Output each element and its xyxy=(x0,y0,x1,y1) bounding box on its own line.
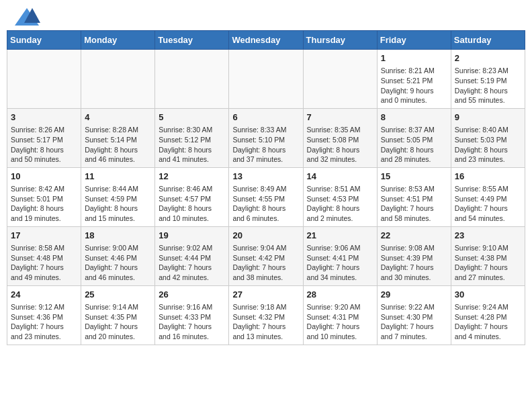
day-number: 3 xyxy=(11,111,77,124)
day-info: Sunrise: 8:58 AM Sunset: 4:48 PM Dayligh… xyxy=(11,244,64,281)
day-number: 2 xyxy=(455,52,521,64)
day-info: Sunrise: 9:12 AM Sunset: 4:36 PM Dayligh… xyxy=(11,303,64,340)
calendar-cell: 18Sunrise: 9:00 AM Sunset: 4:46 PM Dayli… xyxy=(81,226,155,285)
calendar-cell: 28Sunrise: 9:20 AM Sunset: 4:31 PM Dayli… xyxy=(303,285,377,345)
weekday-header-friday: Friday xyxy=(377,31,451,50)
calendar-cell: 3Sunrise: 8:26 AM Sunset: 5:17 PM Daylig… xyxy=(7,108,81,167)
calendar: SundayMondayTuesdayWednesdayThursdayFrid… xyxy=(7,30,525,345)
weekday-header-sunday: Sunday xyxy=(7,31,81,50)
calendar-cell: 17Sunrise: 8:58 AM Sunset: 4:48 PM Dayli… xyxy=(7,226,81,285)
day-number: 4 xyxy=(85,111,151,124)
calendar-cell xyxy=(229,50,303,109)
day-info: Sunrise: 9:10 AM Sunset: 4:38 PM Dayligh… xyxy=(455,244,508,281)
calendar-cell: 19Sunrise: 9:02 AM Sunset: 4:44 PM Dayli… xyxy=(155,226,229,285)
day-info: Sunrise: 9:14 AM Sunset: 4:35 PM Dayligh… xyxy=(85,303,138,340)
day-number: 8 xyxy=(381,111,447,124)
calendar-cell xyxy=(303,50,377,109)
calendar-cell: 4Sunrise: 8:28 AM Sunset: 5:14 PM Daylig… xyxy=(81,108,155,167)
day-number: 9 xyxy=(455,111,521,124)
calendar-cell: 1Sunrise: 8:21 AM Sunset: 5:21 PM Daylig… xyxy=(377,50,451,109)
day-number: 13 xyxy=(232,171,299,183)
calendar-cell: 27Sunrise: 9:18 AM Sunset: 4:32 PM Dayli… xyxy=(229,285,303,345)
day-info: Sunrise: 8:35 AM Sunset: 5:08 PM Dayligh… xyxy=(307,126,361,163)
day-number: 24 xyxy=(11,289,77,301)
calendar-cell: 16Sunrise: 8:55 AM Sunset: 4:49 PM Dayli… xyxy=(451,167,525,226)
calendar-cell: 15Sunrise: 8:53 AM Sunset: 4:51 PM Dayli… xyxy=(377,167,451,226)
weekday-header-tuesday: Tuesday xyxy=(155,31,229,50)
day-number: 21 xyxy=(307,230,373,242)
calendar-cell: 25Sunrise: 9:14 AM Sunset: 4:35 PM Dayli… xyxy=(81,285,155,345)
day-number: 6 xyxy=(232,111,299,124)
day-info: Sunrise: 9:18 AM Sunset: 4:32 PM Dayligh… xyxy=(232,303,286,340)
day-number: 10 xyxy=(11,171,77,183)
calendar-cell: 7Sunrise: 8:35 AM Sunset: 5:08 PM Daylig… xyxy=(303,108,377,167)
logo xyxy=(13,7,40,27)
day-info: Sunrise: 8:51 AM Sunset: 4:53 PM Dayligh… xyxy=(307,185,361,222)
calendar-cell: 12Sunrise: 8:46 AM Sunset: 4:57 PM Dayli… xyxy=(155,167,229,226)
day-info: Sunrise: 8:23 AM Sunset: 5:19 PM Dayligh… xyxy=(455,66,508,104)
day-number: 12 xyxy=(159,171,225,183)
day-info: Sunrise: 9:04 AM Sunset: 4:42 PM Dayligh… xyxy=(232,244,286,281)
calendar-cell: 2Sunrise: 8:23 AM Sunset: 5:19 PM Daylig… xyxy=(451,50,525,109)
calendar-cell: 8Sunrise: 8:37 AM Sunset: 5:05 PM Daylig… xyxy=(377,108,451,167)
day-number: 23 xyxy=(455,230,521,242)
day-number: 20 xyxy=(232,230,299,242)
calendar-cell: 26Sunrise: 9:16 AM Sunset: 4:33 PM Dayli… xyxy=(155,285,229,345)
day-number: 15 xyxy=(381,171,447,183)
calendar-cell: 30Sunrise: 9:24 AM Sunset: 4:28 PM Dayli… xyxy=(451,285,525,345)
day-info: Sunrise: 8:28 AM Sunset: 5:14 PM Dayligh… xyxy=(85,126,138,163)
calendar-cell: 6Sunrise: 8:33 AM Sunset: 5:10 PM Daylig… xyxy=(229,108,303,167)
calendar-cell: 5Sunrise: 8:30 AM Sunset: 5:12 PM Daylig… xyxy=(155,108,229,167)
day-info: Sunrise: 8:26 AM Sunset: 5:17 PM Dayligh… xyxy=(11,126,64,163)
calendar-cell xyxy=(7,50,81,109)
day-number: 28 xyxy=(307,289,373,301)
day-number: 14 xyxy=(307,171,373,183)
day-info: Sunrise: 8:40 AM Sunset: 5:03 PM Dayligh… xyxy=(455,126,508,163)
day-number: 27 xyxy=(232,289,299,301)
day-info: Sunrise: 8:30 AM Sunset: 5:12 PM Dayligh… xyxy=(159,126,212,163)
logo-icon xyxy=(13,7,40,27)
day-info: Sunrise: 8:53 AM Sunset: 4:51 PM Dayligh… xyxy=(381,185,435,222)
calendar-cell: 23Sunrise: 9:10 AM Sunset: 4:38 PM Dayli… xyxy=(451,226,525,285)
day-info: Sunrise: 9:20 AM Sunset: 4:31 PM Dayligh… xyxy=(307,303,361,340)
day-number: 30 xyxy=(455,289,521,301)
day-info: Sunrise: 9:08 AM Sunset: 4:39 PM Dayligh… xyxy=(381,244,435,281)
day-info: Sunrise: 8:46 AM Sunset: 4:57 PM Dayligh… xyxy=(159,185,212,222)
day-number: 18 xyxy=(85,230,151,242)
day-info: Sunrise: 9:16 AM Sunset: 4:33 PM Dayligh… xyxy=(159,303,212,340)
day-number: 29 xyxy=(381,289,447,301)
calendar-cell: 9Sunrise: 8:40 AM Sunset: 5:03 PM Daylig… xyxy=(451,108,525,167)
calendar-cell xyxy=(81,50,155,109)
calendar-cell: 20Sunrise: 9:04 AM Sunset: 4:42 PM Dayli… xyxy=(229,226,303,285)
day-info: Sunrise: 8:33 AM Sunset: 5:10 PM Dayligh… xyxy=(232,126,286,163)
day-info: Sunrise: 8:42 AM Sunset: 5:01 PM Dayligh… xyxy=(11,185,64,222)
day-info: Sunrise: 9:06 AM Sunset: 4:41 PM Dayligh… xyxy=(307,244,361,281)
day-info: Sunrise: 8:37 AM Sunset: 5:05 PM Dayligh… xyxy=(381,126,435,163)
header xyxy=(0,0,532,30)
calendar-cell: 21Sunrise: 9:06 AM Sunset: 4:41 PM Dayli… xyxy=(303,226,377,285)
day-number: 16 xyxy=(455,171,521,183)
day-number: 1 xyxy=(381,52,447,64)
weekday-header-wednesday: Wednesday xyxy=(229,31,303,50)
day-info: Sunrise: 8:21 AM Sunset: 5:21 PM Dayligh… xyxy=(381,66,435,104)
day-info: Sunrise: 8:49 AM Sunset: 4:55 PM Dayligh… xyxy=(232,185,286,222)
day-info: Sunrise: 8:55 AM Sunset: 4:49 PM Dayligh… xyxy=(455,185,508,222)
calendar-cell: 14Sunrise: 8:51 AM Sunset: 4:53 PM Dayli… xyxy=(303,167,377,226)
calendar-cell: 29Sunrise: 9:22 AM Sunset: 4:30 PM Dayli… xyxy=(377,285,451,345)
day-number: 25 xyxy=(85,289,151,301)
calendar-cell: 22Sunrise: 9:08 AM Sunset: 4:39 PM Dayli… xyxy=(377,226,451,285)
day-info: Sunrise: 9:24 AM Sunset: 4:28 PM Dayligh… xyxy=(455,303,508,340)
day-info: Sunrise: 9:22 AM Sunset: 4:30 PM Dayligh… xyxy=(381,303,435,340)
day-number: 22 xyxy=(381,230,447,242)
day-number: 19 xyxy=(159,230,225,242)
calendar-cell: 24Sunrise: 9:12 AM Sunset: 4:36 PM Dayli… xyxy=(7,285,81,345)
day-number: 7 xyxy=(307,111,373,124)
calendar-cell: 13Sunrise: 8:49 AM Sunset: 4:55 PM Dayli… xyxy=(229,167,303,226)
day-number: 11 xyxy=(85,171,151,183)
weekday-header-thursday: Thursday xyxy=(303,31,377,50)
day-info: Sunrise: 8:44 AM Sunset: 4:59 PM Dayligh… xyxy=(85,185,138,222)
calendar-cell: 11Sunrise: 8:44 AM Sunset: 4:59 PM Dayli… xyxy=(81,167,155,226)
calendar-cell xyxy=(155,50,229,109)
weekday-header-monday: Monday xyxy=(81,31,155,50)
weekday-header-saturday: Saturday xyxy=(451,31,525,50)
